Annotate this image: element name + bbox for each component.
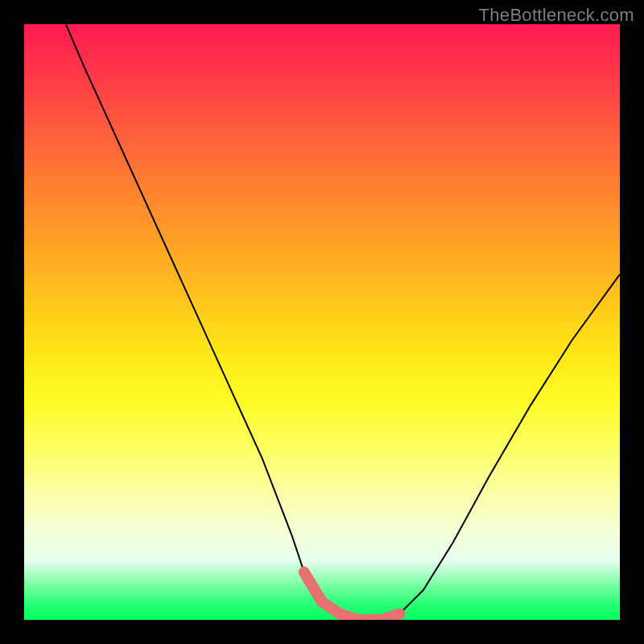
curve-overlay [24, 24, 620, 620]
plot-area [24, 24, 620, 620]
chart-frame: TheBottleneck.com [0, 0, 644, 644]
highlight-valley-segment [304, 572, 399, 620]
bottleneck-curve [66, 24, 620, 620]
watermark-text: TheBottleneck.com [479, 5, 634, 26]
